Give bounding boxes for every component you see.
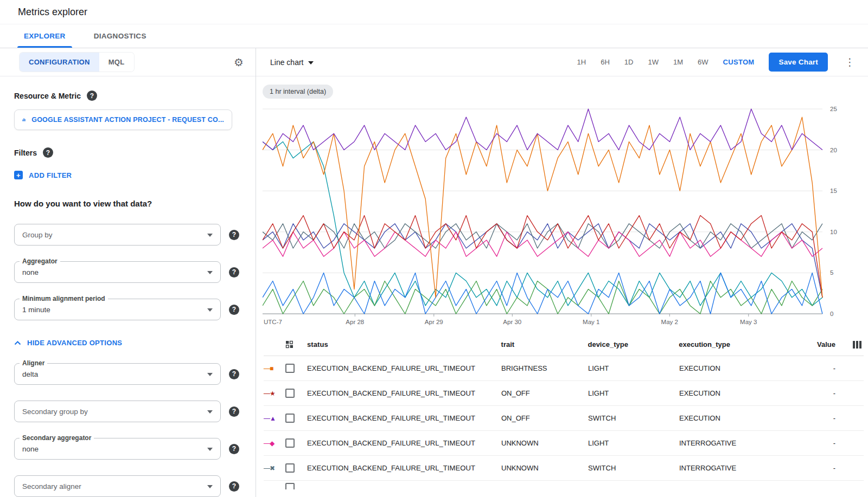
secondary-aligner-select[interactable]: Secondary aligner xyxy=(14,475,221,497)
y-tick-label: 0 xyxy=(830,311,833,317)
left-toolbar: CONFIGURATION MQL ⚙ xyxy=(0,48,256,76)
secondary-group-by-select[interactable]: Secondary group by xyxy=(14,401,221,422)
group-by-select[interactable]: Group by xyxy=(14,224,221,246)
help-icon[interactable]: ? xyxy=(229,230,239,240)
range-6w[interactable]: 6W xyxy=(698,58,709,66)
help-icon[interactable]: ? xyxy=(87,91,97,101)
help-icon[interactable]: ? xyxy=(229,406,239,417)
secondary-aggregator-select[interactable]: Secondary aggregator none xyxy=(14,438,221,460)
main-area: CONFIGURATION MQL ⚙ Resource & Metric ? … xyxy=(0,48,868,497)
field-label: Aggregator xyxy=(20,257,60,265)
chevron-down-icon xyxy=(207,271,213,274)
cell-device-type: LIGHT xyxy=(588,389,679,397)
chevron-down-icon xyxy=(207,410,213,414)
y-tick-label: 20 xyxy=(830,147,837,153)
checkbox-cell xyxy=(285,364,307,373)
help-icon[interactable]: ? xyxy=(229,369,239,379)
cell-value: - xyxy=(818,414,844,422)
range-1d[interactable]: 1D xyxy=(624,58,634,66)
configuration-tab[interactable]: CONFIGURATION xyxy=(20,53,99,72)
range-6h[interactable]: 6H xyxy=(601,58,610,66)
range-1w[interactable]: 1W xyxy=(648,58,659,66)
checkbox-cell xyxy=(285,463,307,473)
aligner-select[interactable]: Aligner delta xyxy=(14,363,221,385)
tab-explorer[interactable]: EXPLORER xyxy=(10,24,80,48)
y-tick-label: 5 xyxy=(830,269,833,276)
cell-status: EXECUTION_BACKEND_FAILURE_URL_TIMEOUT xyxy=(307,439,501,447)
cell-execution-type: INTERROGATIVE xyxy=(679,464,818,472)
min-alignment-period-select[interactable]: Minimum alignment period 1 minute xyxy=(14,299,221,320)
view-data-heading: How do you want to view that data? xyxy=(14,199,239,208)
field-value: delta xyxy=(22,370,38,378)
cell-device-type: LIGHT xyxy=(588,439,679,447)
line-chart[interactable]: 0510152025UTC-7Apr 28Apr 29Apr 30May 1Ma… xyxy=(263,102,859,329)
table-row: —■EXECUTION_BACKEND_FAILURE_URL_TIMEOUTB… xyxy=(264,356,864,381)
help-icon[interactable]: ? xyxy=(229,481,239,492)
series-marker-icon: —▲ xyxy=(264,415,285,422)
column-trait[interactable]: trait xyxy=(501,340,588,348)
filters-section: Filters ? xyxy=(14,147,239,158)
chart-type-label: Line chart xyxy=(270,58,303,67)
cell-device-type: LIGHT xyxy=(588,364,679,372)
add-filter-button[interactable]: + ADD FILTER xyxy=(14,171,239,179)
series-marker-icon: —✖ xyxy=(264,464,285,472)
table-row: —✖EXECUTION_BACKEND_FAILURE_URL_TIMEOUTU… xyxy=(264,456,864,481)
range-custom[interactable]: CUSTOM xyxy=(723,58,755,66)
column-settings-icon[interactable] xyxy=(844,341,864,348)
column-value[interactable]: Value xyxy=(817,340,844,348)
metric-chip[interactable]: GOOGLE ASSISTANT ACTION PROJECT - REQUES… xyxy=(14,109,232,130)
plus-icon: + xyxy=(14,171,23,179)
column-device-type[interactable]: device_type xyxy=(588,340,679,348)
range-1m[interactable]: 1M xyxy=(673,58,683,66)
field-label: Secondary aggregator xyxy=(20,434,94,442)
field-value: Group by xyxy=(22,231,53,239)
table-row: —▲EXECUTION_BACKEND_FAILURE_URL_TIMEOUTO… xyxy=(264,406,864,431)
legend-table: status trait device_type execution_type … xyxy=(256,333,868,497)
help-icon[interactable]: ? xyxy=(229,267,239,277)
row-checkbox[interactable] xyxy=(285,414,295,423)
help-icon[interactable]: ? xyxy=(43,147,53,158)
chevron-down-icon xyxy=(207,308,213,312)
cell-device-type: SWITCH xyxy=(588,414,679,422)
resource-metric-label: Resource & Metric xyxy=(14,92,81,100)
table-row-partial xyxy=(264,481,864,489)
chevron-down-icon xyxy=(207,448,213,451)
field-value: Secondary aligner xyxy=(22,482,81,490)
aggregator-select[interactable]: Aggregator none xyxy=(14,261,221,283)
cell-status: EXECUTION_BACKEND_FAILURE_URL_TIMEOUT xyxy=(307,389,501,397)
kebab-menu-icon[interactable]: ⋮ xyxy=(843,56,857,68)
legend-table-header: status trait device_type execution_type … xyxy=(264,333,864,356)
tab-diagnostics[interactable]: DIAGNOSTICS xyxy=(80,24,161,48)
save-chart-button[interactable]: Save Chart xyxy=(769,53,828,72)
row-checkbox[interactable] xyxy=(285,483,295,489)
cell-status: EXECUTION_BACKEND_FAILURE_URL_TIMEOUT xyxy=(307,364,501,372)
interval-chip[interactable]: 1 hr interval (delta) xyxy=(263,85,333,99)
cell-trait: ON_OFF xyxy=(501,414,588,422)
bar-chart-icon xyxy=(22,116,25,124)
settings-gear-icon[interactable]: ⚙ xyxy=(234,56,244,69)
help-icon[interactable]: ? xyxy=(229,444,239,454)
field-value: Secondary group by xyxy=(22,408,88,416)
left-content: Resource & Metric ? GOOGLE ASSISTANT ACT… xyxy=(0,76,256,497)
column-execution-type[interactable]: execution_type xyxy=(679,340,817,348)
series-marker-icon: —★ xyxy=(264,390,285,397)
cell-status: EXECUTION_BACKEND_FAILURE_URL_TIMEOUT xyxy=(307,464,501,472)
row-checkbox[interactable] xyxy=(285,463,295,473)
help-icon[interactable]: ? xyxy=(229,305,239,315)
x-tick-label: May 3 xyxy=(740,319,757,325)
checkbox-cell xyxy=(285,414,307,423)
cell-execution-type: EXECUTION xyxy=(679,414,818,422)
row-checkbox[interactable] xyxy=(285,438,295,448)
row-checkbox[interactable] xyxy=(285,364,295,373)
series-marker-icon: —◆ xyxy=(264,440,285,447)
row-checkbox[interactable] xyxy=(285,389,295,398)
range-1h[interactable]: 1H xyxy=(577,58,586,66)
series-line-purple-series xyxy=(263,109,822,150)
chart-type-dropdown[interactable]: Line chart xyxy=(270,58,314,67)
legend-rows: —■EXECUTION_BACKEND_FAILURE_URL_TIMEOUTB… xyxy=(264,356,864,489)
app-header: Metrics explorer xyxy=(0,0,868,24)
mql-tab[interactable]: MQL xyxy=(99,53,134,72)
legend-grid-icon[interactable] xyxy=(285,340,307,348)
hide-advanced-options-toggle[interactable]: HIDE ADVANCED OPTIONS xyxy=(14,339,239,347)
column-status[interactable]: status xyxy=(307,340,501,348)
